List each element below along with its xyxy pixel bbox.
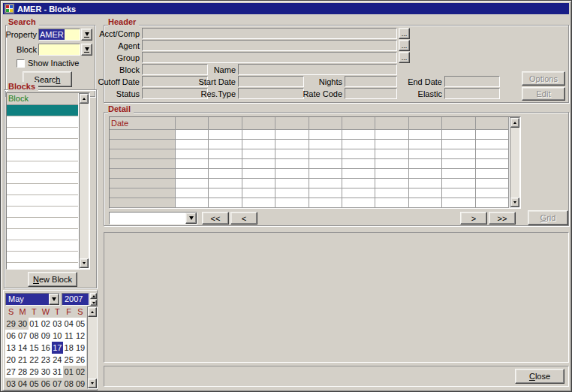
grid-cell[interactable] bbox=[409, 198, 442, 208]
calendar-day[interactable]: 18 bbox=[63, 342, 74, 354]
calendar-day[interactable]: 31 bbox=[52, 366, 63, 378]
grid-cell[interactable] bbox=[409, 188, 442, 198]
block-list-row[interactable] bbox=[7, 150, 78, 161]
new-block-button[interactable]: New Block bbox=[28, 272, 77, 287]
grid-cell[interactable] bbox=[476, 130, 509, 140]
agent-lov-button[interactable]: ... bbox=[399, 40, 410, 51]
grid-cell[interactable] bbox=[209, 159, 242, 169]
grid-cell[interactable] bbox=[209, 179, 242, 188]
grid-cell[interactable] bbox=[342, 188, 375, 198]
options-button[interactable]: Options bbox=[522, 71, 565, 86]
calendar-day[interactable]: 08 bbox=[63, 378, 74, 390]
grid-cell[interactable] bbox=[309, 149, 342, 159]
calendar-day[interactable]: 22 bbox=[29, 354, 40, 366]
group-field[interactable] bbox=[142, 52, 397, 63]
grid-cell[interactable] bbox=[342, 198, 375, 208]
title-bar[interactable]: AMER - Blocks bbox=[3, 3, 569, 14]
grid-cell[interactable] bbox=[176, 140, 209, 149]
grid-cell[interactable] bbox=[409, 130, 442, 140]
block-list-row[interactable] bbox=[7, 240, 78, 252]
grid-cell[interactable] bbox=[209, 188, 242, 198]
block-list-row[interactable] bbox=[7, 218, 78, 229]
scroll-up-icon[interactable] bbox=[88, 307, 97, 317]
block-list-row[interactable] bbox=[7, 184, 78, 195]
block-list-row[interactable] bbox=[7, 139, 78, 150]
grid-cell[interactable] bbox=[409, 159, 442, 169]
grid-cell[interactable] bbox=[375, 179, 408, 188]
grid-cell[interactable] bbox=[275, 198, 309, 208]
grid-cell[interactable] bbox=[176, 188, 209, 198]
detail-view-select[interactable] bbox=[109, 212, 197, 225]
calendar-day[interactable]: 21 bbox=[17, 354, 28, 366]
name-field[interactable] bbox=[238, 64, 397, 75]
grid-cell[interactable] bbox=[275, 130, 309, 140]
calendar-day[interactable]: 05 bbox=[74, 318, 86, 330]
scroll-down-icon[interactable] bbox=[510, 198, 519, 207]
calendar-day[interactable]: 09 bbox=[74, 378, 86, 390]
grid-cell[interactable] bbox=[242, 179, 275, 188]
calendar-day[interactable]: 10 bbox=[52, 330, 63, 342]
calendar-day[interactable]: 07 bbox=[52, 378, 63, 390]
grid-cell[interactable] bbox=[476, 179, 509, 188]
block-list-row[interactable] bbox=[7, 252, 78, 263]
grid-cell[interactable] bbox=[309, 140, 342, 149]
grid-cell[interactable] bbox=[342, 149, 375, 159]
calendar-day[interactable]: 07 bbox=[17, 330, 28, 342]
grid-cell[interactable] bbox=[242, 198, 275, 208]
grid-cell[interactable] bbox=[375, 188, 408, 198]
grid-cell[interactable] bbox=[442, 140, 475, 149]
grid-cell[interactable] bbox=[275, 188, 309, 198]
grid-cell[interactable] bbox=[209, 140, 242, 149]
close-button[interactable]: Close bbox=[515, 369, 564, 384]
calendar-scrollbar[interactable] bbox=[87, 306, 98, 389]
block-list-row[interactable] bbox=[7, 116, 78, 128]
grid-cell[interactable] bbox=[476, 198, 509, 208]
end-date-field[interactable] bbox=[444, 76, 500, 87]
grid-cell[interactable] bbox=[275, 149, 309, 159]
calendar-day[interactable]: 02 bbox=[74, 366, 86, 378]
nav-next-button[interactable]: > bbox=[460, 212, 487, 225]
calendar-day[interactable]: 29 bbox=[29, 366, 40, 378]
block-list-row[interactable] bbox=[7, 128, 78, 139]
grid-cell[interactable] bbox=[442, 130, 475, 140]
calendar-year-input[interactable]: 2007 bbox=[62, 293, 89, 306]
grid-cell[interactable] bbox=[242, 159, 275, 169]
calendar-day[interactable]: 29 bbox=[5, 318, 17, 330]
grid-cell[interactable] bbox=[342, 130, 375, 140]
blocks-column-header[interactable]: Block bbox=[7, 93, 78, 105]
block-list-row[interactable] bbox=[7, 173, 78, 184]
calendar-day[interactable]: 26 bbox=[74, 354, 86, 366]
calendar-day[interactable]: 03 bbox=[5, 378, 17, 390]
acct-comp-lov-button[interactable]: ... bbox=[399, 28, 410, 39]
grid-cell[interactable] bbox=[342, 159, 375, 169]
nav-prev-button[interactable]: < bbox=[230, 212, 257, 225]
grid-cell[interactable] bbox=[476, 169, 509, 179]
grid-cell[interactable] bbox=[309, 188, 342, 198]
calendar-day[interactable]: 09 bbox=[40, 330, 51, 342]
block-input[interactable] bbox=[38, 44, 80, 56]
grid-cell[interactable] bbox=[342, 169, 375, 179]
calendar-day[interactable]: 30 bbox=[17, 318, 28, 330]
detail-grid-scrollbar[interactable] bbox=[510, 117, 520, 208]
grid-cell[interactable] bbox=[409, 169, 442, 179]
grid-cell[interactable] bbox=[309, 169, 342, 179]
grid-cell[interactable] bbox=[476, 159, 509, 169]
grid-cell[interactable] bbox=[275, 169, 309, 179]
grid-cell[interactable] bbox=[242, 169, 275, 179]
chevron-down-icon[interactable] bbox=[185, 213, 197, 224]
calendar-month-select[interactable]: May bbox=[5, 293, 60, 306]
elastic-field[interactable] bbox=[444, 88, 500, 99]
calendar-day[interactable]: 03 bbox=[52, 318, 63, 330]
grid-cell[interactable] bbox=[375, 169, 408, 179]
grid-cell[interactable] bbox=[442, 188, 475, 198]
grid-cell[interactable] bbox=[409, 149, 442, 159]
grid-cell[interactable] bbox=[176, 198, 209, 208]
grid-cell[interactable] bbox=[476, 188, 509, 198]
spin-up-icon[interactable] bbox=[90, 293, 97, 299]
show-inactive-checkbox[interactable] bbox=[17, 59, 25, 68]
block-list-row[interactable] bbox=[7, 161, 78, 173]
grid-cell[interactable] bbox=[375, 198, 408, 208]
grid-cell[interactable] bbox=[209, 149, 242, 159]
block-list-row[interactable] bbox=[7, 207, 78, 218]
calendar-day[interactable]: 01 bbox=[63, 366, 74, 378]
